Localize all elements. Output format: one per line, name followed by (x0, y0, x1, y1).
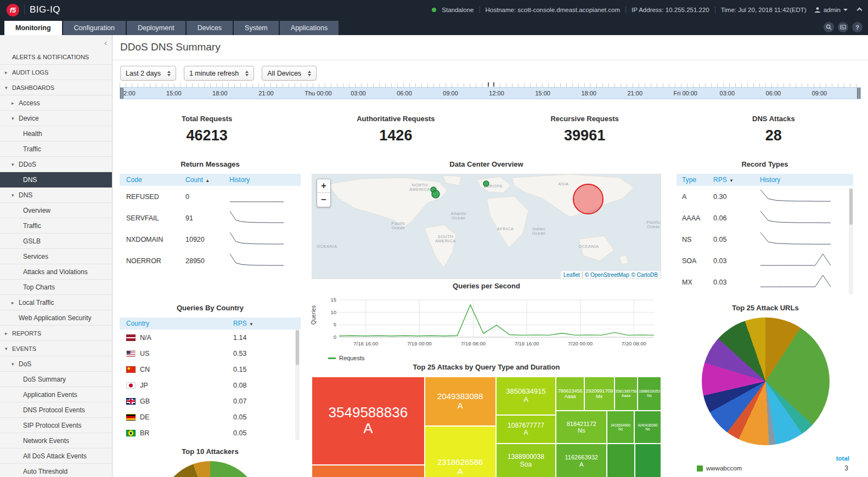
sidebar-item-web-application-security[interactable]: Web Application Security (0, 310, 112, 326)
sidebar-item-traffic[interactable]: Traffic (0, 218, 112, 234)
treemap-cell[interactable] (312, 465, 425, 477)
brush-mark-icon[interactable] (493, 82, 494, 87)
sidebar-item-reports[interactable]: ▸REPORTS (0, 326, 112, 341)
sidebar-item-all-dos-attack-events[interactable]: All DoS Attack Events (0, 448, 112, 464)
sidebar-item-top-charts[interactable]: Top Charts (0, 280, 112, 295)
treemap-cell[interactable]: 2920991709Mx (584, 377, 615, 411)
country-row[interactable]: GB0.07 (120, 393, 301, 409)
sidebar-item-local-traffic[interactable]: ▸Local Traffic (0, 295, 112, 310)
time-range-select[interactable]: Last 2 days (120, 66, 176, 81)
sidebar-item-sip-protocol-events[interactable]: SIP Protocol Events (0, 418, 112, 433)
collapse-header-button[interactable] (857, 7, 863, 13)
sidebar-item-alerts-notifications[interactable]: ALERTS & NOTIFICATIONS (0, 49, 112, 65)
sidebar-item-dos-summary[interactable]: DoS Summary (0, 372, 112, 387)
column-header-count[interactable]: Count ▲ (185, 176, 229, 184)
sidebar-item-auto-threshold[interactable]: Auto Threshold (0, 464, 112, 477)
treemap-cell[interactable]: 1388900038Soa (496, 444, 556, 477)
map-marker[interactable] (573, 184, 603, 214)
timeline-right-handle[interactable] (857, 87, 860, 99)
sidebar-item-services[interactable]: Services (0, 249, 112, 264)
tab-configuration[interactable]: Configuration (63, 21, 126, 35)
treemap-cell[interactable]: 786623456Aaaa (556, 377, 584, 411)
return-message-row[interactable]: SERVFAIL91 (120, 207, 301, 229)
tab-deployment[interactable]: Deployment (127, 21, 185, 35)
tab-system[interactable]: System (234, 21, 279, 35)
license-button[interactable] (838, 22, 848, 32)
zoom-in-button[interactable]: + (317, 179, 330, 193)
sidebar-item-dos[interactable]: ▾DoS (0, 356, 112, 372)
return-message-row[interactable]: NXDOMAIN10920 (120, 229, 301, 250)
openstreetmap-link[interactable]: © OpenStreetMap (585, 272, 629, 278)
sidebar-item-attacks-and-violations[interactable]: Attacks and Violations (0, 264, 112, 280)
sidebar-item-overview[interactable]: Overview (0, 203, 112, 218)
treemap-cell[interactable]: 818421172Ns (556, 411, 607, 444)
treemap-cell[interactable]: 4240436080Ns (634, 411, 661, 444)
treemap-cell[interactable] (607, 444, 635, 477)
timeline-band[interactable]: 12:0015:0018:0021:00Thu 00:0003:0006:000… (120, 87, 861, 99)
country-row[interactable]: JP0.08 (120, 377, 301, 393)
record-type-row[interactable]: MX0.03 (677, 271, 853, 293)
sidebar-item-device[interactable]: ▾Device (0, 111, 112, 126)
return-message-row[interactable]: NOERROR28950 (120, 250, 301, 271)
sidebar-item-audit-logs[interactable]: ▸AUDIT LOGS (0, 65, 112, 80)
treemap-cell[interactable]: 3549588836A (312, 377, 425, 465)
scrollbar-track[interactable] (295, 329, 300, 440)
record-type-row[interactable]: A0.30 (677, 186, 853, 207)
column-header-code[interactable]: Code (126, 176, 185, 184)
treemap-cell[interactable]: 1888633053Ns (638, 377, 661, 411)
world-map[interactable]: NORTHAMERICAEUROPEASIAAFRICASOUTHAMERICA… (312, 174, 661, 279)
attack-urls-pie[interactable] (702, 317, 830, 445)
country-row[interactable]: CN0.15 (120, 361, 301, 377)
sidebar-item-gslb[interactable]: GSLB (0, 234, 112, 249)
sidebar-item-network-events[interactable]: Network Events (0, 433, 112, 448)
column-header-rps[interactable]: RPS ▼ (713, 176, 760, 184)
qps-legend-requests[interactable]: Requests (328, 355, 661, 361)
sidebar-item-application-events[interactable]: Application Events (0, 387, 112, 402)
sidebar-item-dns-protocol-events[interactable]: DNS Protocol Events (0, 402, 112, 418)
record-type-row[interactable]: SOA0.03 (677, 250, 853, 271)
sidebar-collapse-button[interactable]: ‹ (104, 38, 107, 47)
sidebar-item-events[interactable]: ▾EVENTS (0, 341, 112, 356)
time-range-slider[interactable]: 12:0015:0018:0021:00Thu 00:0003:0006:000… (120, 83, 861, 100)
top-attackers-pie[interactable] (160, 461, 261, 477)
sidebar-item-dashboards[interactable]: ▾DASHBOARDS (0, 80, 112, 95)
timeline-left-handle[interactable] (120, 87, 123, 99)
country-row[interactable]: US0.53 (120, 345, 301, 361)
record-type-row[interactable]: AAAA0.06 (677, 207, 853, 229)
treemap-cell[interactable]: 1087677777A (496, 415, 556, 444)
country-row[interactable]: DE0.05 (120, 409, 301, 425)
refresh-interval-select[interactable]: 1 minute refresh (184, 66, 254, 81)
return-message-row[interactable]: REFUSED0 (120, 186, 301, 207)
tab-monitoring[interactable]: Monitoring (4, 21, 62, 35)
column-header-history[interactable]: History (229, 176, 301, 184)
treemap-cell[interactable]: 3418634960Ns (607, 411, 634, 444)
column-header-history[interactable]: History (760, 176, 853, 184)
sidebar-item-ddos[interactable]: ▾DDoS (0, 157, 112, 172)
cartodb-link[interactable]: © CartoDB (632, 272, 658, 278)
column-header-rps[interactable]: RPS ▼ (233, 320, 301, 327)
treemap-cell[interactable] (635, 444, 661, 477)
treemap-cell[interactable]: 1162663932A (556, 444, 607, 477)
sidebar-item-dns[interactable]: ▾DNS (0, 188, 112, 203)
scrollbar-thumb[interactable] (296, 330, 299, 365)
zoom-out-button[interactable]: − (317, 193, 330, 207)
map-marker[interactable] (483, 181, 489, 186)
column-header-type[interactable]: Type (682, 176, 713, 184)
total-link[interactable]: total (836, 455, 849, 462)
scrollbar-track[interactable] (849, 188, 853, 294)
tab-devices[interactable]: Devices (187, 21, 233, 35)
leaflet-link[interactable]: Leaflet (563, 272, 580, 278)
help-button[interactable]: ? (852, 22, 863, 32)
treemap-cell[interactable]: 3581385756Aaaa (615, 377, 638, 411)
sidebar-item-traffic[interactable]: Traffic (0, 141, 112, 157)
brush-mark-icon[interactable] (488, 82, 489, 87)
treemap-cell[interactable]: 3850634915A (496, 377, 556, 415)
tab-applications[interactable]: Applications (280, 21, 339, 35)
scrollbar-thumb[interactable] (849, 189, 853, 225)
device-select[interactable]: All Devices (262, 66, 317, 81)
record-type-row[interactable]: NS0.05 (677, 229, 853, 250)
sidebar-item-health[interactable]: Health (0, 126, 112, 141)
map-marker[interactable] (432, 190, 439, 198)
search-button[interactable] (824, 22, 834, 32)
admin-menu[interactable]: admin (814, 7, 848, 13)
